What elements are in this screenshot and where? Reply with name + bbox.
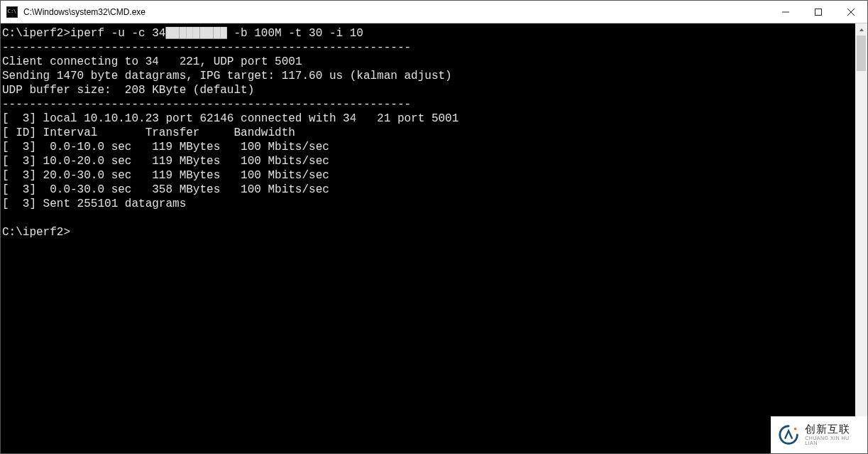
svg-rect-1 [815, 9, 822, 15]
watermark-logo-icon [778, 423, 799, 446]
close-icon [847, 9, 855, 16]
separator-line: ----------------------------------------… [2, 98, 411, 111]
prompt: C:\iperf2> [2, 27, 70, 40]
minimize-button[interactable] [769, 1, 802, 23]
maximize-icon [815, 9, 822, 16]
watermark-cn: 创新互联 [805, 423, 860, 436]
prompt: C:\iperf2> [2, 226, 70, 239]
title-bar[interactable]: C:\Windows\system32\CMD.exe [1, 1, 867, 23]
cmd-window: C:\Windows\system32\CMD.exe C:\iperf2>ip… [0, 0, 868, 454]
table-row: [ 3] 0.0-10.0 sec 119 MBytes 100 Mbits/s… [2, 141, 329, 153]
terminal-area: C:\iperf2>iperf -u -c 34█████████ -b 100… [1, 23, 867, 453]
buffer-line: UDP buffer size: 208 KByte (default) [2, 84, 254, 97]
maximize-button[interactable] [802, 1, 835, 23]
separator-line: ----------------------------------------… [2, 41, 411, 54]
table-header: [ ID] Interval Transfer Bandwidth [2, 126, 295, 139]
table-row: [ 3] 0.0-30.0 sec 358 MBytes 100 Mbits/s… [2, 183, 329, 196]
local-line-a: [ 3] local 10.10.10.23 port 62146 connec… [2, 112, 356, 125]
window-title: C:\Windows\system32\CMD.exe [23, 7, 769, 17]
command-text: iperf -u -c 34█████████ -b 100M -t 30 -i… [70, 27, 363, 40]
sending-line: Sending 1470 byte datagrams, IPG target:… [2, 70, 452, 82]
minimize-icon [782, 9, 789, 16]
table-row: [ 3] 20.0-30.0 sec 119 MBytes 100 Mbits/… [2, 169, 329, 182]
app-icon [6, 6, 18, 18]
watermark-text: 创新互联 CHUANG XIN HU LIAN [805, 423, 860, 446]
terminal-output[interactable]: C:\iperf2>iperf -u -c 34█████████ -b 100… [1, 23, 855, 453]
svg-point-6 [794, 428, 797, 431]
svg-marker-4 [859, 28, 864, 31]
scroll-up-button[interactable] [855, 23, 867, 36]
scroll-thumb[interactable] [857, 36, 866, 71]
watermark-en: CHUANG XIN HU LIAN [805, 436, 860, 446]
connecting-line-a: Client connecting to 34 [2, 55, 159, 68]
redacted-ip: ███ [356, 114, 377, 125]
table-row: [ 3] 10.0-20.0 sec 119 MBytes 100 Mbits/… [2, 155, 329, 168]
redacted-ip: ███ [159, 57, 180, 68]
connecting-line-b: 221, UDP port 5001 [180, 55, 302, 68]
local-line-b: 21 port 5001 [377, 112, 458, 125]
window-controls [769, 1, 867, 23]
close-button[interactable] [835, 1, 867, 23]
sent-line: [ 3] Sent 255101 datagrams [2, 198, 186, 210]
watermark-badge: 创新互联 CHUANG XIN HU LIAN [771, 416, 867, 453]
chevron-up-icon [859, 27, 864, 33]
vertical-scrollbar[interactable] [855, 23, 867, 453]
